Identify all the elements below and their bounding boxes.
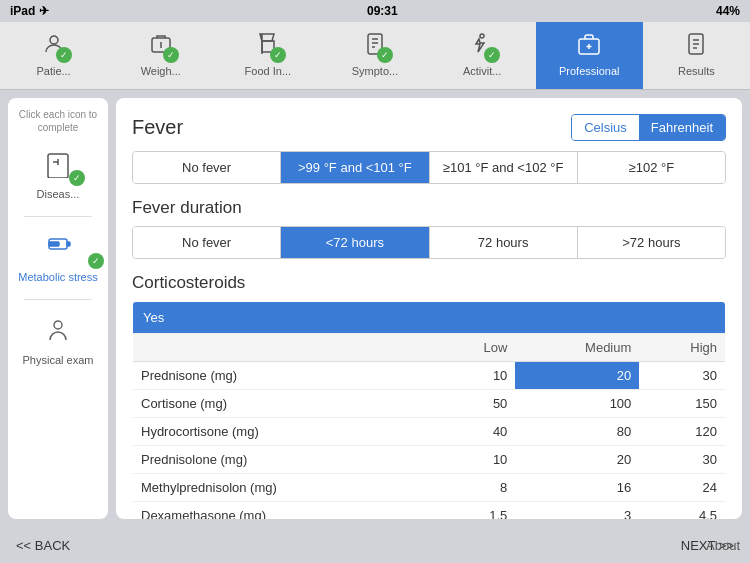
patient-check: ✓	[56, 47, 72, 63]
weight-check: ✓	[163, 47, 179, 63]
food-check: ✓	[270, 47, 286, 63]
physical-icon	[44, 316, 72, 350]
drug-name: Cortisone (mg)	[133, 390, 436, 418]
activity-check: ✓	[484, 47, 500, 63]
drug-low: 10	[436, 362, 515, 390]
drug-name: Prednisone (mg)	[133, 362, 436, 390]
tab-bar: ✓ Patie... ✓ Weigh... ✓ Food In... ✓ Sym…	[0, 22, 750, 90]
tab-results-label: Results	[678, 65, 715, 78]
sidebar-disease-label: Diseas...	[37, 188, 80, 200]
tab-symptoms-label: Sympto...	[352, 65, 398, 78]
back-button[interactable]: << BACK	[16, 538, 70, 553]
duration-over-72h[interactable]: >72 hours	[578, 227, 725, 258]
ipad-label: iPad ✈	[10, 4, 49, 18]
unit-toggle: Celsius Fahrenheit	[571, 114, 726, 141]
sidebar-physical-label: Physical exam	[23, 354, 94, 366]
drug-medium: 100	[515, 390, 639, 418]
temp-99-101[interactable]: >99 °F and <101 °F	[281, 152, 429, 183]
tab-weight[interactable]: ✓ Weigh...	[107, 22, 214, 89]
table-row: Hydrocortisone (mg) 40 80 120	[133, 418, 726, 446]
drug-name: Hydrocortisone (mg)	[133, 418, 436, 446]
drug-high: 30	[639, 362, 725, 390]
disease-icon: ✓	[44, 150, 72, 184]
duration-72h[interactable]: <72 hours	[281, 227, 429, 258]
tab-patient[interactable]: ✓ Patie...	[0, 22, 107, 89]
disease-check: ✓	[69, 170, 85, 186]
activity-icon: ✓	[470, 32, 494, 61]
fever-title: Fever	[132, 116, 183, 139]
duration-no-fever[interactable]: No fever	[133, 227, 281, 258]
sidebar-hint: Click each icon to complete	[16, 108, 100, 134]
sidebar-metabolic-label: Metabolic stress	[18, 271, 97, 283]
tab-activity-label: Activit...	[463, 65, 502, 78]
celsius-btn[interactable]: Celsius	[572, 115, 639, 140]
corticosteroids-title: Corticosteroids	[132, 273, 726, 293]
duration-72h-exact[interactable]: 72 hours	[430, 227, 578, 258]
drug-high: 24	[639, 474, 725, 502]
results-icon	[684, 32, 708, 61]
main-area: Click each icon to complete ✓ Diseas...	[0, 90, 750, 527]
drug-low: 1.5	[436, 502, 515, 520]
yes-label: Yes	[133, 302, 726, 334]
drug-name: Methylprednisolon (mg)	[133, 474, 436, 502]
duration-options: No fever <72 hours 72 hours >72 hours	[132, 226, 726, 259]
symptoms-check: ✓	[377, 47, 393, 63]
drug-high: 150	[639, 390, 725, 418]
food-icon: ✓	[256, 32, 280, 61]
table-row: Prednisolone (mg) 10 20 30	[133, 446, 726, 474]
tab-food[interactable]: ✓ Food In...	[214, 22, 321, 89]
drug-high: 120	[639, 418, 725, 446]
temp-102-plus[interactable]: ≥102 °F	[578, 152, 725, 183]
status-right: 44%	[716, 4, 740, 18]
drug-high: 30	[639, 446, 725, 474]
tab-results[interactable]: Results	[643, 22, 750, 89]
tab-patient-label: Patie...	[36, 65, 70, 78]
sidebar-item-metabolic[interactable]: ✓ Metabolic stress	[18, 233, 97, 283]
drug-medium: 20	[515, 446, 639, 474]
metabolic-icon: ✓	[44, 233, 72, 267]
yes-row[interactable]: Yes	[133, 302, 726, 334]
drug-low: 50	[436, 390, 515, 418]
sidebar-item-disease[interactable]: ✓ Diseas...	[37, 150, 80, 200]
sidebar-divider-1	[24, 216, 91, 217]
drug-medium: 3	[515, 502, 639, 520]
table-row: Cortisone (mg) 50 100 150	[133, 390, 726, 418]
col-high: High	[639, 334, 725, 362]
battery-label: 44%	[716, 4, 740, 18]
drug-low: 10	[436, 446, 515, 474]
tab-activity[interactable]: ✓ Activit...	[429, 22, 536, 89]
table-row: Dexamethasone (mg) 1.5 3 4.5	[133, 502, 726, 520]
svg-rect-15	[48, 154, 68, 178]
tab-food-label: Food In...	[245, 65, 291, 78]
fever-header: Fever Celsius Fahrenheit	[132, 114, 726, 141]
patient-icon: ✓	[42, 32, 66, 61]
sidebar-divider-2	[24, 299, 91, 300]
sidebar: Click each icon to complete ✓ Diseas...	[8, 98, 108, 519]
status-bar: iPad ✈ 09:31 44%	[0, 0, 750, 22]
col-low: Low	[436, 334, 515, 362]
drug-high: 4.5	[639, 502, 725, 520]
drug-medium: 16	[515, 474, 639, 502]
col-medium: Medium	[515, 334, 639, 362]
svg-point-7	[480, 34, 484, 38]
tab-professional[interactable]: Professional	[536, 22, 643, 89]
temp-options: No fever >99 °F and <101 °F ≥101 °F and …	[132, 151, 726, 184]
temp-101-102[interactable]: ≥101 °F and <102 °F	[430, 152, 578, 183]
about-link[interactable]: About	[706, 538, 740, 553]
drug-table: Yes Low Medium High Prednisone (mg) 10 2…	[132, 301, 726, 519]
status-left: iPad ✈	[10, 4, 49, 18]
content-panel: Fever Celsius Fahrenheit No fever >99 °F…	[116, 98, 742, 519]
fahrenheit-btn[interactable]: Fahrenheit	[639, 115, 725, 140]
drug-low: 40	[436, 418, 515, 446]
metabolic-check: ✓	[88, 253, 104, 269]
tab-symptoms[interactable]: ✓ Sympto...	[321, 22, 428, 89]
svg-point-21	[54, 321, 62, 329]
weight-icon: ✓	[149, 32, 173, 61]
drug-medium: 80	[515, 418, 639, 446]
sidebar-item-physical[interactable]: Physical exam	[23, 316, 94, 366]
svg-point-0	[50, 36, 58, 44]
svg-rect-20	[49, 242, 59, 246]
drug-name: Prednisolone (mg)	[133, 446, 436, 474]
table-row: Methylprednisolon (mg) 8 16 24	[133, 474, 726, 502]
temp-no-fever[interactable]: No fever	[133, 152, 281, 183]
